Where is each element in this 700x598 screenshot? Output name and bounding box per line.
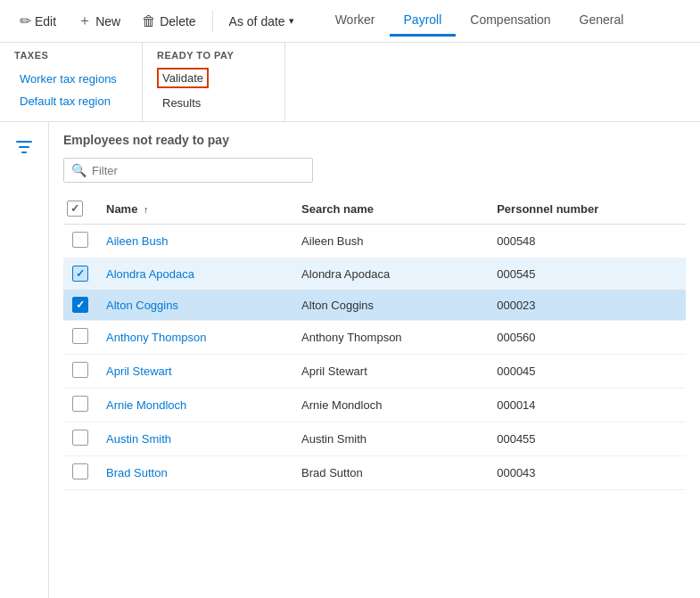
row-search-name: Aileen Bush (292, 225, 488, 258)
row-personnel-number: 000545 (488, 258, 686, 290)
validate-link[interactable]: Validate (157, 68, 209, 88)
select-all-checkbox[interactable]: ✓ (67, 201, 83, 217)
row-personnel-number: 000014 (488, 389, 686, 422)
as-of-date-button[interactable]: As of date ▾ (220, 9, 303, 34)
row-personnel-number: 000043 (488, 456, 686, 490)
filter-input[interactable] (92, 164, 305, 177)
row-search-name: Austin Smith (292, 422, 488, 456)
row-checkbox[interactable] (72, 463, 88, 479)
row-search-name: April Stewart (292, 355, 488, 389)
plus-icon: ＋ (78, 12, 92, 30)
table-row[interactable]: Arnie MondlochArnie Mondloch000014 (63, 389, 686, 422)
row-checkbox-cell[interactable]: ✓ (63, 258, 97, 290)
row-search-name: Arnie Mondloch (292, 389, 488, 422)
edit-button[interactable]: ✏ Edit (11, 7, 65, 35)
row-name[interactable]: Austin Smith (97, 422, 292, 456)
table-row[interactable]: Aileen BushAileen Bush000548 (63, 225, 686, 258)
row-checkbox-cell[interactable] (63, 321, 97, 355)
sub-navigation: Taxes Worker tax regions Default tax reg… (0, 43, 700, 122)
tab-general[interactable]: General (565, 5, 638, 37)
row-search-name: Anthony Thompson (292, 321, 488, 355)
default-tax-region-link[interactable]: Default tax region (14, 90, 128, 112)
row-search-name: Alton Coggins (292, 290, 488, 321)
row-checkbox[interactable]: ✓ (72, 297, 88, 313)
toolbar: ✏ Edit ＋ New 🗑 Delete As of date ▾ Worke… (0, 0, 700, 43)
table-row[interactable]: Anthony ThompsonAnthony Thompson000560 (63, 321, 686, 355)
table-row[interactable]: Brad SuttonBrad Sutton000043 (63, 456, 686, 490)
results-link[interactable]: Results (157, 92, 270, 114)
row-checkbox[interactable] (72, 232, 88, 248)
row-checkbox[interactable]: ✓ (72, 266, 88, 282)
ready-to-pay-header: Ready to pay (157, 50, 270, 61)
separator (212, 11, 213, 32)
row-name[interactable]: April Stewart (97, 355, 292, 389)
row-name[interactable]: Alton Coggins (97, 290, 292, 321)
table-row[interactable]: ✓Alondra ApodacaAlondra Apodaca000545 (63, 258, 686, 290)
employees-table: ✓ Name ↑ Search name Personnel number (63, 193, 686, 490)
name-column-header[interactable]: Name ↑ (97, 193, 292, 225)
row-name[interactable]: Aileen Bush (97, 225, 292, 258)
taxes-header: Taxes (14, 50, 128, 61)
section-title: Employees not ready to pay (63, 133, 686, 147)
edit-icon: ✏ (20, 12, 31, 29)
table-row[interactable]: April StewartApril Stewart000045 (63, 355, 686, 389)
select-all-header[interactable]: ✓ (63, 193, 97, 225)
tab-compensation[interactable]: Compensation (456, 5, 564, 37)
sidebar (0, 122, 49, 598)
sort-asc-icon: ↑ (144, 204, 149, 215)
main-layout: Employees not ready to pay 🔍 ✓ Name (0, 122, 700, 598)
row-checkbox-cell[interactable] (63, 355, 97, 389)
row-name[interactable]: Arnie Mondloch (97, 389, 292, 422)
row-name[interactable]: Brad Sutton (97, 456, 292, 490)
row-personnel-number: 000560 (488, 321, 686, 355)
row-personnel-number: 000455 (488, 422, 686, 456)
personnel-number-column-header: Personnel number (488, 193, 686, 225)
taxes-section: Taxes Worker tax regions Default tax reg… (0, 43, 143, 121)
filter-input-container: 🔍 (63, 158, 313, 183)
new-button[interactable]: ＋ New (69, 6, 129, 36)
content-area: Employees not ready to pay 🔍 ✓ Name (49, 122, 700, 598)
tab-bar: Worker Payroll Compensation General (321, 5, 638, 37)
row-personnel-number: 000548 (488, 225, 686, 258)
row-checkbox[interactable] (72, 396, 88, 412)
table-header-row: ✓ Name ↑ Search name Personnel number (63, 193, 686, 225)
row-search-name: Alondra Apodaca (292, 258, 488, 290)
row-checkbox-cell[interactable]: ✓ (63, 290, 97, 321)
row-personnel-number: 000023 (488, 290, 686, 321)
delete-button[interactable]: 🗑 Delete (133, 8, 204, 35)
row-checkbox[interactable] (72, 328, 88, 344)
filter-icon[interactable] (10, 133, 38, 166)
search-name-column-header: Search name (292, 193, 488, 225)
row-name[interactable]: Anthony Thompson (97, 321, 292, 355)
row-personnel-number: 000045 (488, 355, 686, 389)
worker-tax-regions-link[interactable]: Worker tax regions (14, 68, 128, 90)
row-name[interactable]: Alondra Apodaca (97, 258, 292, 290)
row-checkbox[interactable] (72, 430, 88, 446)
row-checkbox[interactable] (72, 362, 88, 378)
ready-to-pay-section: Ready to pay Validate Results (143, 43, 285, 121)
chevron-down-icon: ▾ (289, 15, 294, 27)
table-row[interactable]: Austin SmithAustin Smith000455 (63, 422, 686, 456)
row-search-name: Brad Sutton (292, 456, 488, 490)
row-checkbox-cell[interactable] (63, 422, 97, 456)
row-checkbox-cell[interactable] (63, 225, 97, 258)
table-row[interactable]: ✓Alton CogginsAlton Coggins000023 (63, 290, 686, 321)
row-checkbox-cell[interactable] (63, 389, 97, 422)
search-icon: 🔍 (71, 163, 86, 177)
row-checkbox-cell[interactable] (63, 456, 97, 490)
tab-worker[interactable]: Worker (321, 5, 390, 37)
delete-icon: 🗑 (142, 13, 156, 29)
tab-payroll[interactable]: Payroll (390, 5, 457, 37)
